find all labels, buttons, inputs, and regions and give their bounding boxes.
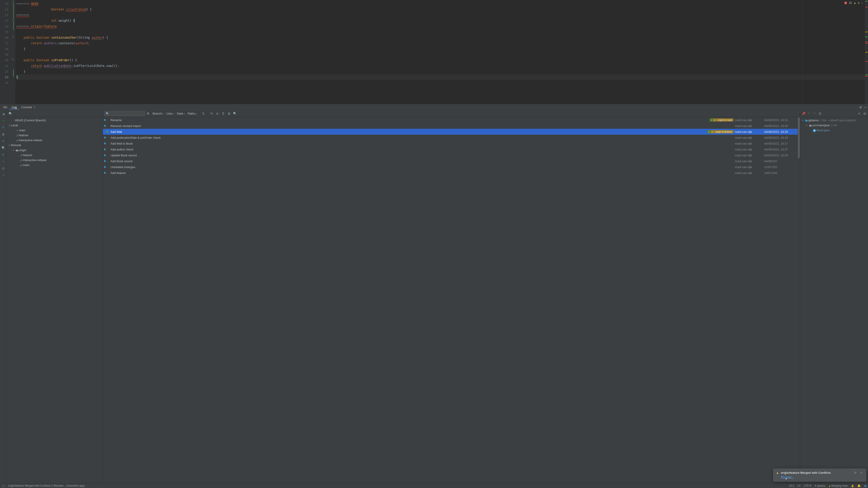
git-tab-log[interactable]: Log: [9, 105, 19, 109]
code-line[interactable]: return authors.contains(author);: [16, 40, 868, 46]
collapse-icon[interactable]: ⊞: [226, 112, 231, 115]
commit-row[interactable]: Add publicationDate & preOrder checkmari…: [103, 135, 800, 140]
commit-row[interactable]: Add field⌂⌂origin & featuremarit.van.dij…: [103, 129, 800, 135]
add-branch-icon[interactable]: ＋: [1, 119, 6, 123]
code-line[interactable]: int weight) {: [16, 18, 868, 24]
editor: 101112131415161718192021222324 <<<<<<< H…: [0, 0, 868, 104]
pin-icon[interactable]: 📌: [801, 112, 806, 115]
cherry-pick-icon[interactable]: ⊘: [215, 112, 220, 115]
line-number: 13: [0, 18, 12, 24]
minimize-icon[interactable]: —: [863, 105, 868, 109]
caret-position[interactable]: 23:2: [789, 484, 794, 487]
delete-icon[interactable]: 🗑: [1, 132, 6, 136]
notifications-icon[interactable]: 🔔: [857, 484, 861, 487]
edit-icon[interactable]: ✎: [1, 125, 6, 130]
commit-row[interactable]: Add field to Bookmarit.van.dijk04/08/202…: [103, 140, 800, 147]
changes-tree[interactable]: ▾ gitdemo 1 file ~/IdeaProjects/gitdem ▾…: [800, 117, 868, 483]
gear-icon[interactable]: ⚙: [858, 105, 863, 109]
code-line[interactable]: [16, 80, 868, 86]
branch-tree-item[interactable]: HEAD (Current Branch): [7, 118, 103, 123]
file-encoding[interactable]: UTF-8: [804, 484, 811, 487]
notification-close-icon[interactable]: ✕: [859, 471, 863, 475]
nav-up-icon[interactable]: ∧: [861, 2, 863, 4]
branch-tree-item[interactable]: main: [7, 163, 103, 168]
commit-row[interactable]: Update Book recordmarit.van.dijk04/08/20…: [103, 152, 800, 158]
code-line[interactable]: <<<<<<< HEAD: [16, 1, 868, 6]
edit2-icon[interactable]: ✐: [1, 152, 6, 157]
process-indicator-icon[interactable]: ◉: [864, 484, 867, 488]
commit-row[interactable]: Add featuremarit.van.dijk16/07/202: [103, 170, 800, 176]
branch-tree-item[interactable]: main: [7, 128, 103, 133]
intellisort-icon[interactable]: ⎘: [201, 112, 206, 115]
commit-row[interactable]: Remove unused importmarit.van.dijk04/08/…: [103, 123, 800, 129]
sort-icon[interactable]: ⇅: [221, 112, 225, 115]
indent-info[interactable]: 4 spaces: [815, 484, 826, 487]
line-separator[interactable]: LF: [798, 484, 801, 487]
code-line[interactable]: }: [16, 74, 868, 80]
commit-row[interactable]: Unrelated changesmarit.van.dijk21/07/202: [103, 164, 800, 170]
branch-tree-item[interactable]: feature: [7, 133, 103, 138]
commit-row[interactable]: Rename⌂⌂origin & mainmarit.van.dijk04/08…: [103, 117, 800, 123]
filter-paths[interactable]: Paths: [186, 112, 198, 115]
branch-tree-item[interactable]: feature: [7, 153, 103, 158]
code-line[interactable]: =======: [16, 12, 868, 18]
back-icon[interactable]: ◀: [1, 111, 6, 116]
status-bar: ▢ origin/feature Merged with Conflicts /…: [0, 483, 868, 488]
code-line[interactable]: >>>>>>> origin/feature: [16, 24, 868, 29]
toolwindow-toggle-icon[interactable]: ▢: [1, 484, 5, 487]
branch-search-bar[interactable]: 🔍: [7, 110, 103, 117]
collapse2-icon[interactable]: ⊟: [862, 112, 867, 115]
notification-gear-icon[interactable]: ⚙: [853, 471, 857, 475]
refresh-icon[interactable]: ⟲: [209, 112, 214, 115]
warning-icon: [776, 471, 779, 475]
code-line[interactable]: [16, 29, 868, 35]
merge-status[interactable]: Merging main: [829, 484, 848, 487]
branch-tree-item[interactable]: ▾ origin: [7, 148, 103, 153]
code-line[interactable]: boolean illustrated) {: [16, 6, 868, 12]
code-line[interactable]: public boolean containsAuthor(String aut…: [16, 35, 868, 40]
filter-user[interactable]: User: [165, 112, 176, 115]
redo-icon[interactable]: ↷: [812, 112, 817, 115]
readonly-lock-icon[interactable]: [851, 484, 854, 487]
branch-tree-item[interactable]: ▾ Local: [7, 123, 103, 128]
commit-row[interactable]: Add author checkmarit.van.dijk04/08/2022…: [103, 147, 800, 152]
error-stripe[interactable]: [865, 0, 868, 104]
close-tab-icon[interactable]: ✕: [33, 106, 35, 109]
code-line[interactable]: }: [16, 69, 868, 74]
line-gutter: 101112131415161718192021222324: [0, 0, 12, 104]
branch-tree-item[interactable]: interactive-rebase: [7, 138, 103, 143]
git-tab-console[interactable]: Console✕: [19, 105, 38, 109]
undo-icon[interactable]: ↶: [807, 112, 811, 115]
code-line[interactable]: [16, 52, 868, 57]
expand-icon[interactable]: ≡: [857, 112, 862, 115]
filter-branch[interactable]: Branch: [151, 112, 165, 115]
group-icon[interactable]: ⊟: [817, 112, 822, 115]
branch-tree-item[interactable]: interactive-rebase: [7, 158, 103, 163]
code-area[interactable]: <<<<<<< HEAD boolean illustrated) {=====…: [16, 0, 868, 104]
branch-icon: [19, 163, 23, 168]
resolve-link[interactable]: Resolve...: [781, 475, 794, 479]
branch-tree[interactable]: HEAD (Current Branch)▾ Local main featur…: [7, 117, 103, 483]
more-icon[interactable]: »: [2, 173, 4, 176]
star-icon[interactable]: ☆: [1, 159, 6, 164]
commit-scrollbar[interactable]: [798, 117, 800, 483]
new-icon[interactable]: ✦: [1, 139, 6, 143]
code-line[interactable]: return publicationDate.isAfter(LocalDate…: [16, 63, 868, 69]
commit-list[interactable]: Rename⌂⌂origin & mainmarit.van.dijk04/08…: [103, 117, 800, 483]
git-toolwindow-header: Git: LogConsole✕ ⚙ —: [0, 104, 868, 110]
search-icon[interactable]: 🔍: [1, 145, 6, 150]
commit-row[interactable]: Add Book recordmarit.van.dijk04/08/202: [103, 158, 800, 164]
commit-search-input[interactable]: 🔍: [104, 111, 145, 116]
filter-gear-icon[interactable]: ⚙: [146, 112, 150, 115]
code-line[interactable]: public boolean isPreOrder() {: [16, 57, 868, 63]
target-icon[interactable]: ◎: [1, 166, 6, 170]
inspection-widget[interactable]: 25 4 ∧ ∨: [844, 1, 866, 4]
code-line[interactable]: }: [16, 46, 868, 52]
changes-folder[interactable]: ▾ src/main/java 1 file: [800, 123, 868, 128]
changes-file[interactable]: Book.java: [800, 128, 868, 133]
filter-date[interactable]: Date: [176, 112, 186, 115]
branch-tree-item[interactable]: ▾ Remote: [7, 143, 103, 148]
branch-icon: [15, 133, 19, 138]
find-commit-icon[interactable]: 🔍: [232, 112, 237, 115]
changes-root[interactable]: ▾ gitdemo 1 file ~/IdeaProjects/gitdem: [800, 118, 868, 123]
